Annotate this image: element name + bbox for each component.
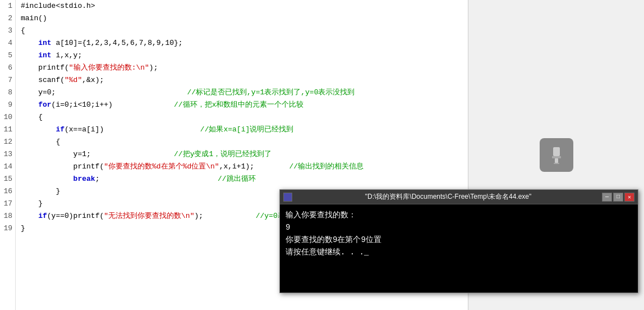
terminal-line-0: 输入你要查找的数： [286,209,632,221]
terminal-line-2: 你要查找的数9在第个9位置 [286,234,632,246]
code-line-3: { [21,25,468,37]
code-line-12: { [21,136,468,148]
line-number-17: 17 [0,198,15,210]
code-line-5: int i,x,y; [21,49,468,62]
svg-rect-3 [554,163,559,164]
line-numbers: 12345678910111213141516171819 [0,0,16,310]
line-number-11: 11 [0,124,15,136]
code-line-11: if(x==a[i]) //如果x=a[i]说明已经找到 [21,124,468,136]
line-number-14: 14 [0,161,15,173]
line-number-19: 19 [0,222,15,235]
line-number-1: 1 [0,0,15,12]
line-number-12: 12 [0,136,15,148]
line-number-2: 2 [0,12,15,25]
svg-rect-0 [553,147,560,156]
terminal-title-text: "D:\我的资料库\Documents\C-Free\Temp\未命名44.ex… [295,192,602,202]
terminal-line-1: 9 [286,221,632,234]
code-line-1: #include<stdio.h> [21,0,468,12]
line-number-6: 6 [0,62,15,74]
code-line-4: int a[10]={1,2,3,4,5,6,7,8,9,10}; [21,37,468,49]
line-number-15: 15 [0,173,15,185]
code-line-8: y=0; //标记是否已找到,y=1表示找到了,y=0表示没找到 [21,86,468,99]
code-line-9: for(i=0;i<10;i++) //循环，把x和数组中的元素一个个比较 [21,99,468,111]
usb-icon [540,138,573,172]
close-button[interactable]: ✕ [624,193,634,202]
code-line-15: break; //跳出循环 [21,173,468,185]
terminal-line-3: 请按任意键继续. . ._ [286,246,632,258]
code-line-7: scanf("%d",&x); [21,74,468,86]
line-number-9: 9 [0,99,15,111]
terminal-icon [283,193,292,202]
minimize-button[interactable]: — [602,193,612,202]
terminal-controls[interactable]: — □ ✕ [602,193,634,202]
terminal-titlebar: "D:\我的资料库\Documents\C-Free\Temp\未命名44.ex… [280,190,638,204]
line-number-13: 13 [0,148,15,161]
code-line-10: { [21,111,468,124]
line-number-8: 8 [0,86,15,99]
line-number-4: 4 [0,37,15,49]
line-number-18: 18 [0,210,15,222]
terminal-body: 输入你要查找的数：9你要查找的数9在第个9位置请按任意键继续. . ._ [280,204,638,293]
svg-rect-2 [555,158,558,163]
code-line-2: main() [21,12,468,25]
code-line-6: printf("输入你要查找的数:\n"); [21,62,468,74]
code-line-13: y=1; //把y变成1，说明已经找到了 [21,148,468,161]
line-number-10: 10 [0,111,15,124]
maximize-button[interactable]: □ [613,193,623,202]
line-number-5: 5 [0,49,15,62]
terminal-window[interactable]: "D:\我的资料库\Documents\C-Free\Temp\未命名44.ex… [279,189,638,293]
code-line-14: printf("你要查找的数%d在第个%d位置\n",x,i+1); //输出找… [21,161,468,173]
line-number-3: 3 [0,25,15,37]
line-number-7: 7 [0,74,15,86]
svg-rect-1 [552,156,561,158]
line-number-16: 16 [0,185,15,198]
